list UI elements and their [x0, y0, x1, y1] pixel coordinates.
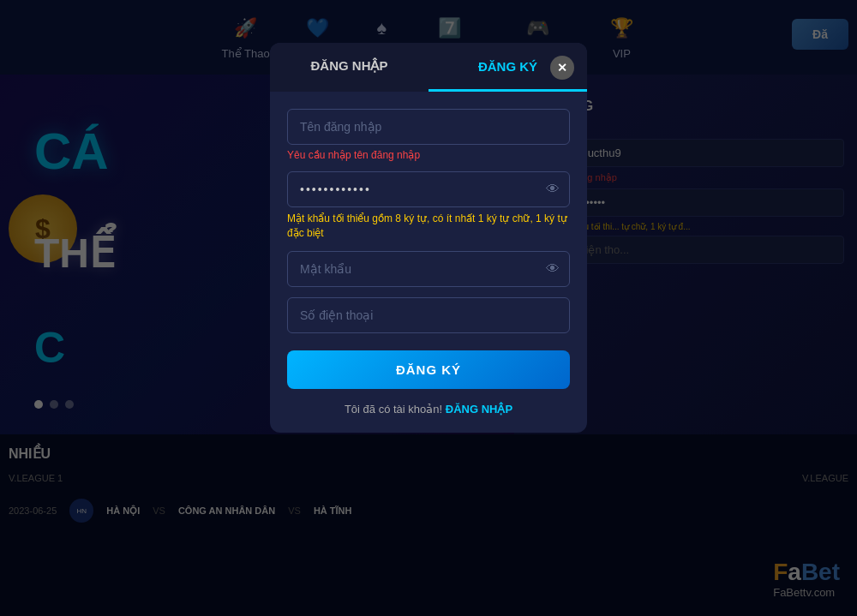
eye-icon-confirm[interactable]: 👁: [546, 261, 560, 277]
password-input[interactable]: [287, 171, 570, 207]
login-prompt-text: Tôi đã có tài khoản!: [345, 403, 442, 416]
register-button[interactable]: ĐĂNG KÝ: [287, 350, 570, 389]
login-prompt: Tôi đã có tài khoản! ĐĂNG NHẬP: [287, 403, 570, 416]
password-wrapper: 👁: [287, 171, 570, 207]
eye-icon-password[interactable]: 👁: [546, 182, 560, 197]
password-warning: Mật khẩu tối thiểu gồm 8 ký tự, có ít nh…: [287, 212, 570, 241]
tab-login[interactable]: ĐĂNG NHẬP: [270, 43, 428, 92]
phone-group: [287, 297, 570, 333]
username-input[interactable]: [287, 109, 570, 145]
modal-tabs: ĐĂNG NHẬP ĐĂNG KÝ ✕: [270, 43, 587, 92]
register-modal: ĐĂNG NHẬP ĐĂNG KÝ ✕ Yêu cầu nhập tên đăn…: [270, 43, 587, 433]
login-link[interactable]: ĐĂNG NHẬP: [446, 403, 512, 416]
username-group: Yêu cầu nhập tên đăng nhập: [287, 109, 570, 161]
phone-input[interactable]: [287, 297, 570, 333]
password-group: 👁 Mật khẩu tối thiểu gồm 8 ký tự, có ít …: [287, 171, 570, 241]
username-error: Yêu cầu nhập tên đăng nhập: [287, 149, 570, 161]
modal-body: Yêu cầu nhập tên đăng nhập 👁 Mật khẩu tố…: [270, 92, 587, 433]
confirm-password-wrapper: 👁: [287, 251, 570, 287]
close-button[interactable]: ✕: [550, 56, 574, 80]
confirm-password-group: 👁: [287, 251, 570, 287]
confirm-password-input[interactable]: [287, 251, 570, 287]
